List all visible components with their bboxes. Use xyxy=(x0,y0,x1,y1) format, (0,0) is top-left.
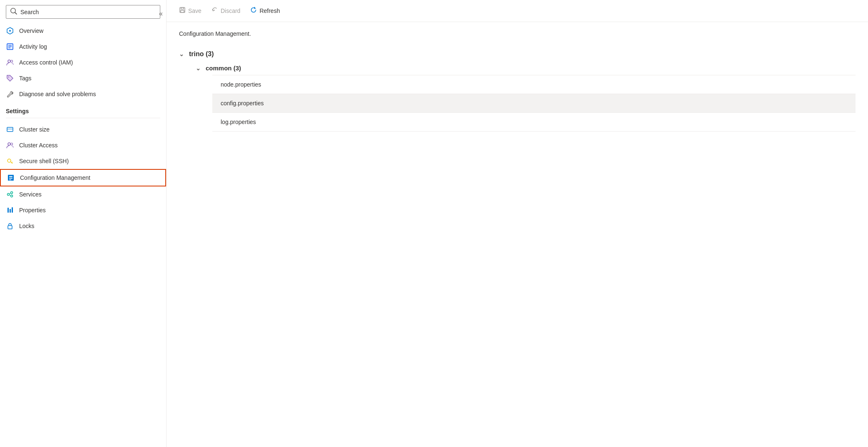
svg-point-20 xyxy=(11,195,13,197)
tree-container: ⌄ trino (3) ⌄ common (3) node.properties… xyxy=(179,47,856,135)
nav-overview[interactable]: Overview xyxy=(0,23,166,39)
nav-tags[interactable]: Tags xyxy=(0,70,166,86)
chevron-down-icon: ⌄ xyxy=(179,51,184,57)
log-properties-label: log.properties xyxy=(221,119,256,125)
tree-group-trino-label: trino (3) xyxy=(189,50,214,58)
chevron-down-icon-2: ⌄ xyxy=(196,65,201,72)
collapse-sidebar-button[interactable]: « xyxy=(156,7,166,20)
svg-rect-24 xyxy=(10,209,11,213)
svg-rect-23 xyxy=(7,208,9,213)
tree-item-config-properties[interactable]: config.properties xyxy=(212,94,856,113)
settings-section-header: Settings xyxy=(0,102,166,116)
refresh-icon xyxy=(250,7,257,15)
nav-locks[interactable]: Locks xyxy=(0,218,166,234)
svg-point-8 xyxy=(8,77,9,77)
nav-properties[interactable]: Properties xyxy=(0,202,166,218)
resize-icon xyxy=(6,125,14,134)
search-bar[interactable]: Search xyxy=(6,5,160,19)
discard-icon xyxy=(211,7,218,15)
svg-rect-16 xyxy=(9,178,12,179)
svg-line-21 xyxy=(9,193,11,194)
svg-line-22 xyxy=(9,195,11,196)
toolbar: Save Discard Refresh xyxy=(167,0,868,22)
tree-items: node.properties config.properties log.pr… xyxy=(212,75,856,132)
services-icon xyxy=(6,190,14,199)
svg-rect-26 xyxy=(8,226,12,229)
svg-rect-17 xyxy=(9,179,11,180)
cluster-access-label: Cluster Access xyxy=(19,142,58,149)
tree-subgroup-common: ⌄ common (3) node.properties config.prop… xyxy=(196,61,856,132)
refresh-button[interactable]: Refresh xyxy=(246,4,284,17)
tree-item-log-properties[interactable]: log.properties xyxy=(212,113,856,132)
page-title: Configuration Management. xyxy=(179,30,856,37)
svg-rect-28 xyxy=(181,7,184,9)
refresh-label: Refresh xyxy=(259,7,280,14)
save-button[interactable]: Save xyxy=(175,4,206,17)
cluster-size-label: Cluster size xyxy=(19,126,50,133)
lock-icon xyxy=(6,222,14,230)
tree-item-node-properties[interactable]: node.properties xyxy=(212,75,856,94)
svg-rect-15 xyxy=(9,176,12,177)
nav-cluster-access[interactable]: Cluster Access xyxy=(0,137,166,153)
nav-services[interactable]: Services xyxy=(0,186,166,202)
overview-label: Overview xyxy=(19,27,43,34)
sidebar-nav: Overview Activity log xyxy=(0,23,166,447)
nav-secure-shell[interactable]: Secure shell (SSH) xyxy=(0,153,166,169)
properties-label: Properties xyxy=(19,207,46,214)
svg-point-18 xyxy=(7,194,10,196)
search-input[interactable]: Search xyxy=(20,9,156,15)
svg-point-6 xyxy=(8,60,10,62)
svg-point-11 xyxy=(8,143,10,145)
tree-group-trino-header[interactable]: ⌄ trino (3) xyxy=(179,47,856,61)
save-icon xyxy=(179,7,186,15)
discard-label: Discard xyxy=(221,7,240,14)
svg-point-1 xyxy=(9,30,11,32)
configuration-management-label: Configuration Management xyxy=(20,174,90,181)
nav-configuration-management[interactable]: Configuration Management xyxy=(0,169,166,186)
svg-point-7 xyxy=(11,60,13,62)
hexagon-icon xyxy=(6,27,14,35)
activity-log-label: Activity log xyxy=(19,43,47,50)
access-control-label: Access control (IAM) xyxy=(19,59,73,66)
discard-button[interactable]: Discard xyxy=(207,4,244,17)
wrench-icon xyxy=(6,90,14,98)
node-properties-label: node.properties xyxy=(221,81,261,88)
nav-diagnose[interactable]: Diagnose and solve problems xyxy=(0,86,166,102)
nav-activity-log[interactable]: Activity log xyxy=(0,39,166,55)
secure-shell-label: Secure shell (SSH) xyxy=(19,158,69,164)
svg-rect-29 xyxy=(181,10,184,12)
sidebar: Search « Overview Activity l xyxy=(0,0,167,447)
tree-subgroup-common-label: common (3) xyxy=(206,65,241,72)
config-properties-label: config.properties xyxy=(221,100,264,107)
content-area: Configuration Management. ⌄ trino (3) ⌄ … xyxy=(167,22,868,447)
people2-icon xyxy=(6,141,14,149)
services-label: Services xyxy=(19,191,42,198)
nav-cluster-size[interactable]: Cluster size xyxy=(0,122,166,137)
save-label: Save xyxy=(188,7,201,14)
config-icon xyxy=(7,174,15,182)
list-icon xyxy=(6,42,14,51)
diagnose-label: Diagnose and solve problems xyxy=(19,91,96,97)
tag-icon xyxy=(6,74,14,82)
locks-label: Locks xyxy=(19,223,35,229)
svg-rect-25 xyxy=(12,207,13,213)
main-content: Save Discard Refresh Configuration Mana xyxy=(167,0,868,447)
search-icon xyxy=(10,8,17,16)
tags-label: Tags xyxy=(19,75,32,82)
svg-rect-9 xyxy=(7,127,13,132)
svg-point-12 xyxy=(11,143,13,145)
properties-icon xyxy=(6,206,14,214)
nav-access-control[interactable]: Access control (IAM) xyxy=(0,55,166,70)
key-icon xyxy=(6,157,14,165)
svg-point-19 xyxy=(11,192,13,194)
settings-divider xyxy=(6,118,160,118)
tree-group-trino: ⌄ trino (3) ⌄ common (3) node.properties… xyxy=(179,47,856,132)
people-icon xyxy=(6,58,14,67)
tree-subgroup-common-header[interactable]: ⌄ common (3) xyxy=(196,61,856,75)
